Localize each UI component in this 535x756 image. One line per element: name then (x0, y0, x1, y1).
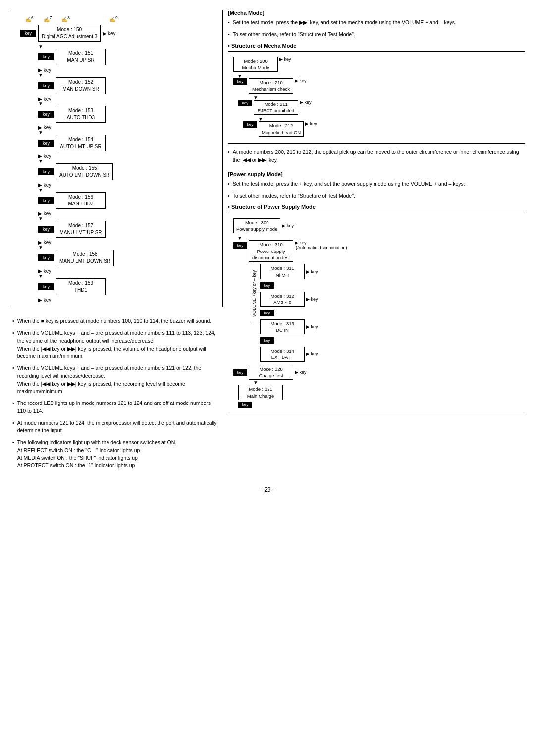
ps-row-321-key: key (238, 402, 520, 408)
ps-row-314: Mode : 314 EXT BATT ▶ key (260, 347, 320, 362)
mode-sq-311: Mode : 311 Ni MH (260, 264, 305, 279)
key-box-153: key (38, 111, 54, 118)
conn-321: ▼ (253, 380, 520, 385)
power-supply-diagram: Mode : 300 Power supply mode ▶ key ▼ key… (228, 213, 525, 413)
arrow-down-156: ▼ (38, 187, 217, 192)
ps-row-321: Mode : 321 Main Charge (238, 385, 520, 400)
mode-156-row: key Mode : 156 MAN THD3 (38, 192, 217, 209)
mode-box-156: Mode : 156 MAN THD3 (56, 192, 106, 209)
conn-310: ▼ (237, 235, 520, 240)
left-column: ✍6 ✍7 ✍8 ✍9 key Mode : 150 Digital AGC A… (10, 10, 223, 476)
page-number: – 29 – (10, 486, 525, 493)
vol-key-label: VOLUME +key or – key (251, 264, 258, 323)
key-sq-212: key (243, 121, 257, 128)
ps-row-320: key Mode : 320 Charge test ▶ key (233, 365, 520, 380)
mode-155-row: key Mode : 155 AUTO LMT DOWN SR (38, 163, 217, 180)
bullet-6: • The following indicators light up with… (12, 439, 220, 470)
mode-sq-210: Mode : 210 Mechanism check (249, 78, 293, 94)
modes-151-159: ▼ key Mode : 151 MAN UP SR ▶ key ▼ key M… (20, 44, 217, 302)
mecha-bullet-1: • Set the test mode, press the ▶▶| key, … (228, 19, 525, 27)
arrow-down-153: ▼ (38, 101, 217, 106)
mode-box-154: Mode : 154 AUTO LMT UP SR (56, 135, 106, 151)
icon-7: ✍7 (44, 15, 52, 22)
arrow-312: ▶ key (306, 297, 318, 302)
key-box-150: key (20, 30, 36, 37)
mode-box-159: Mode : 159 THD1 (56, 278, 106, 295)
connector-210: ▼ (237, 73, 520, 78)
arrow-key-151: ▶ key (38, 67, 217, 72)
mode-153-row: key Mode : 153 AUTO THD3 (38, 106, 217, 123)
ps-row-311: Mode : 311 Ni MH ▶ key (260, 264, 320, 279)
bullet-1: • When the ■ key is pressed at mode numb… (12, 317, 220, 325)
arrow-key-158: ▶ key (38, 268, 217, 273)
key-box-156: key (38, 197, 54, 204)
mode-151-row: key Mode : 151 MAN UP SR (38, 49, 217, 65)
arrow-212: ▶ key (305, 121, 317, 126)
key-box-157: key (38, 226, 54, 233)
mode-box-152: Mode : 152 MAN DOWN SR (56, 77, 106, 94)
conn-311-key: key (260, 282, 320, 289)
mode-157-row: key Mode : 157 MANU LMT UP SR (38, 221, 217, 238)
mode-sq-212: Mode : 212 Magnetic head ON (259, 121, 304, 137)
key-box-152: key (38, 82, 54, 89)
arrow-key-155: ▶ key (38, 182, 217, 187)
connector-211: ▼ (253, 95, 520, 100)
key-sq-310: key (233, 242, 247, 249)
power-structure-title: Structure of Power Supply Mode (228, 204, 525, 210)
ps-310-branches: ▶ key (Automatic discrimination) (293, 240, 347, 250)
arrow-down-152: ▼ (38, 72, 217, 77)
ps-row-300: Mode : 300 Power supply mode ▶ key (233, 218, 520, 234)
mode-152-row: key Mode : 152 MAN DOWN SR (38, 77, 217, 94)
mecha-mode-section: [Mecha Mode] • Set the test mode, press … (228, 10, 525, 164)
mode-box-150: Mode : 150 Digital AGC Adjustment 3 (38, 25, 101, 42)
arrow-211: ▶ key (300, 100, 312, 105)
ps-row-313: Mode : 313 DC IN ▶ key (260, 319, 320, 335)
mecha-note: • At mode numbers 200, 210 to 212, the o… (228, 149, 525, 164)
arrow-down-157: ▼ (38, 216, 217, 221)
icon-8: ✍8 (61, 15, 70, 22)
mode-158-row: key Mode : 158 MANU LMT DOWN SR (38, 250, 217, 266)
mecha-structure-diagram: Mode : 200 Mecha Mode ▶ key ▼ key Mode :… (228, 51, 525, 144)
key-sq-210: key (233, 78, 247, 85)
key-sq-321: key (238, 402, 252, 408)
power-mode-section: [Power supply Mode] • Set the test mode,… (228, 171, 525, 413)
mode-sq-211: Mode : 211 EJECT prohibited (254, 100, 298, 115)
connector-212: ▼ (258, 116, 520, 121)
power-bullet-2: • To set other modes, refer to "Structur… (228, 192, 525, 200)
arrow-key-156: ▶ key (38, 211, 217, 216)
mode-159-row: key Mode : 159 THD1 (38, 278, 217, 295)
key-box-155: key (38, 168, 54, 175)
mecha-row-200: Mode : 200 Mecha Mode ▶ key (233, 57, 520, 72)
right-column: [Mecha Mode] • Set the test mode, press … (228, 10, 525, 476)
mecha-row-212: key Mode : 212 Magnetic head ON ▶ key (243, 121, 520, 137)
mode-154-row: key Mode : 154 AUTO LMT UP SR (38, 135, 217, 151)
arrow-300: ▶ key (282, 223, 294, 228)
arrow-311: ▶ key (306, 269, 318, 274)
mode-sq-320: Mode : 320 Charge test (249, 365, 293, 380)
icon-9: ✍9 (109, 15, 118, 22)
mecha-structure-title: Structure of Mecha Mode (228, 43, 525, 49)
mode-box-157: Mode : 157 MANU LMT UP SR (56, 221, 106, 238)
key-sq-211: key (238, 100, 252, 106)
ps-modes-311-314: Mode : 311 Ni MH ▶ key key Mode : 312 (260, 264, 320, 361)
key-sq-312: key (260, 310, 274, 316)
ps-vol-section: VOLUME +key or – key Mode : 311 Ni MH ▶ … (251, 264, 520, 361)
mode-box-153: Mode : 153 AUTO THD3 (56, 106, 106, 123)
key-box-159: key (38, 283, 54, 290)
arrow-key-153: ▶ key (38, 125, 217, 130)
icon-6: ✍6 (25, 15, 34, 22)
arrow-down-159: ▼ (38, 273, 217, 278)
mode-box-151: Mode : 151 MAN UP SR (56, 49, 106, 65)
arrow-320: ▶ key (295, 370, 307, 375)
mecha-row-210: key Mode : 210 Mechanism check ▶ key (233, 78, 520, 94)
mode-150-row: key Mode : 150 Digital AGC Adjustment 3 … (20, 25, 217, 42)
mode-sq-300: Mode : 300 Power supply mode (233, 218, 280, 234)
arrow-down-158: ▼ (38, 245, 217, 250)
mode-sq-312: Mode : 312 AM3 × 2 (260, 292, 305, 307)
conn-313-key: key (260, 337, 320, 344)
conn-312-key: key (260, 310, 320, 316)
power-mode-title: [Power supply Mode] (228, 171, 525, 177)
ps-row-312: Mode : 312 AM3 × 2 ▶ key (260, 292, 320, 307)
mode-sq-314: Mode : 314 EXT BATT (260, 347, 305, 362)
mecha-bullet-2: • To set other modes, refer to "Structur… (228, 31, 525, 39)
